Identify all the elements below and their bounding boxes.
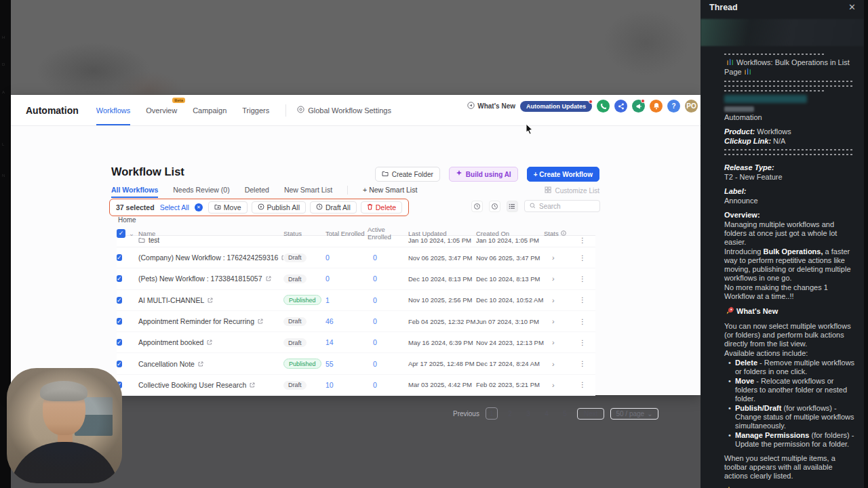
page-size-select[interactable]: 50 / page⌄: [610, 408, 658, 420]
list-tab-0[interactable]: All Workflows: [111, 186, 158, 198]
row-menu-icon[interactable]: ⋮: [575, 339, 590, 346]
row-checkbox[interactable]: ✓: [117, 318, 122, 325]
search-input[interactable]: Search: [524, 200, 600, 212]
select-all-checkbox[interactable]: ✓: [117, 229, 125, 238]
stats-chevron-icon[interactable]: ›: [544, 253, 575, 262]
row-checkbox[interactable]: ✓: [117, 361, 122, 367]
stats-chevron-icon[interactable]: ›: [544, 381, 575, 389]
active-enrolled-value[interactable]: 0: [368, 296, 408, 304]
breadcrumb[interactable]: Home: [118, 216, 136, 224]
total-enrolled-value[interactable]: 14: [320, 338, 368, 346]
row-checkbox[interactable]: ✓: [117, 275, 122, 282]
customize-list-button[interactable]: Customize List: [545, 186, 599, 195]
pagination-previous[interactable]: Previous: [453, 410, 479, 418]
pagination-page-5[interactable]: 5: [559, 407, 571, 420]
list-tab-2[interactable]: Deleted: [245, 186, 269, 198]
create-workflow-button[interactable]: + Create Workflow: [527, 167, 599, 182]
workflow-name[interactable]: Cancellation Note: [138, 360, 283, 368]
col-stats[interactable]: Stats: [544, 230, 575, 237]
row-menu-icon[interactable]: ⋮: [575, 275, 590, 283]
stats-chevron-icon[interactable]: ›: [544, 317, 575, 325]
workflow-name[interactable]: Collective Booking User Research: [138, 381, 283, 389]
table-row[interactable]: ✓Collective Booking User ResearchDraft10…: [117, 375, 595, 396]
active-enrolled-value[interactable]: 0: [368, 360, 408, 368]
clock-icon[interactable]: [489, 201, 500, 212]
list-tab-4[interactable]: + New Smart List: [363, 186, 417, 198]
workflow-name[interactable]: (Company) New Workflow : 1762424259316: [138, 253, 283, 262]
pagination-page-2[interactable]: 2: [504, 407, 516, 420]
total-enrolled-value[interactable]: 10: [320, 381, 368, 389]
row-menu-icon[interactable]: ⋮: [575, 237, 590, 244]
pagination-page-1[interactable]: 1: [486, 407, 498, 420]
bell-icon[interactable]: [650, 100, 663, 113]
row-checkbox[interactable]: ✓: [117, 297, 122, 304]
col-active-enrolled[interactable]: Active Enrolled: [368, 226, 408, 241]
active-enrolled-value[interactable]: 0: [368, 338, 408, 346]
draft-all-button[interactable]: Draft All: [310, 201, 357, 214]
stats-chevron-icon[interactable]: ›: [544, 274, 575, 283]
table-row[interactable]: ✓(Company) New Workflow : 1762424259316D…: [117, 247, 595, 268]
stats-chevron-icon[interactable]: ›: [544, 338, 575, 346]
col-total-enrolled[interactable]: Total Enrolled: [320, 230, 368, 237]
table-row[interactable]: ✓Cancellation NotePublished550Apr 17 202…: [117, 353, 595, 374]
active-enrolled-value[interactable]: 0: [368, 274, 408, 283]
table-row[interactable]: ✓Appointment bookedDraft140May 16 2024, …: [117, 332, 595, 353]
workflow-name[interactable]: Appointment Reminder for Recurring: [138, 317, 283, 325]
phone-icon[interactable]: [597, 100, 610, 113]
header-caret-icon[interactable]: ⌄: [129, 230, 138, 237]
select-all-link[interactable]: Select All: [160, 203, 189, 211]
whats-new-link[interactable]: What's New: [467, 102, 515, 110]
workflow-name[interactable]: test: [138, 237, 283, 244]
row-menu-icon[interactable]: ⋮: [575, 254, 590, 262]
workflow-name[interactable]: Appointment booked: [138, 338, 283, 346]
row-menu-icon[interactable]: ⋮: [575, 296, 590, 304]
row-checkbox[interactable]: ✓: [117, 339, 122, 346]
pagination-next[interactable]: Next: [577, 408, 605, 420]
pagination-page-3[interactable]: 3: [522, 407, 534, 420]
active-enrolled-value[interactable]: 0: [368, 317, 408, 325]
active-enrolled-value[interactable]: 0: [368, 253, 408, 262]
total-enrolled-value[interactable]: 1: [320, 296, 368, 304]
close-icon[interactable]: ✕: [848, 2, 856, 12]
active-enrolled-value[interactable]: 0: [368, 381, 408, 389]
row-menu-icon[interactable]: ⋮: [575, 318, 590, 325]
help-icon[interactable]: ?: [667, 100, 680, 113]
list-tab-1[interactable]: Needs Review (0): [173, 186, 229, 198]
table-row-partial[interactable]: test Jan 10 2024, 1:05 PM Jan 10 2024, 1…: [117, 236, 595, 247]
megaphone-icon[interactable]: [632, 100, 645, 113]
nav-tab-campaign[interactable]: Campaign: [193, 95, 226, 125]
thread-line: Managing multiple workflows and folders …: [724, 220, 856, 247]
nav-tab-triggers[interactable]: Triggers: [242, 95, 269, 125]
publish-all-button[interactable]: Publish All: [252, 201, 306, 214]
build-using-ai-button[interactable]: Build using AI: [449, 167, 518, 182]
avatar[interactable]: PO: [685, 100, 698, 113]
global-workflow-settings[interactable]: Global Workflow Settings: [297, 106, 391, 115]
stats-chevron-icon[interactable]: ›: [544, 360, 575, 368]
clear-selection-icon[interactable]: ✕: [195, 203, 203, 211]
total-enrolled-value[interactable]: 55: [320, 360, 368, 368]
move-button[interactable]: Move: [208, 201, 248, 214]
list-view-icon[interactable]: [507, 201, 518, 212]
total-enrolled-value[interactable]: 46: [320, 317, 368, 325]
delete-button[interactable]: Delete: [361, 201, 402, 214]
create-folder-button[interactable]: Create Folder: [375, 167, 440, 182]
total-enrolled-value[interactable]: 0: [320, 253, 368, 262]
list-tab-3[interactable]: New Smart List: [284, 186, 332, 198]
nodes-icon[interactable]: [614, 100, 627, 113]
row-menu-icon[interactable]: ⋮: [575, 360, 590, 367]
refresh-history-icon[interactable]: [471, 201, 483, 212]
table-row[interactable]: ✓Appointment Reminder for RecurringDraft…: [117, 311, 595, 332]
automation-updates-pill[interactable]: Automation Updates: [520, 101, 592, 112]
nav-tab-workflows[interactable]: Workflows: [96, 95, 131, 125]
workflow-name[interactable]: (Pets) New Workflow : 1733841815057: [138, 274, 283, 283]
table-row[interactable]: ✓AI MULTI-CHANNELPublished10Nov 10 2025,…: [117, 290, 595, 311]
row-checkbox[interactable]: ✓: [117, 254, 122, 261]
table-row[interactable]: ✓(Pets) New Workflow : 1733841815057Draf…: [117, 268, 595, 289]
col-status[interactable]: Status: [283, 230, 320, 237]
nav-tab-overview[interactable]: OverviewBeta: [146, 95, 177, 125]
workflow-name[interactable]: AI MULTI-CHANNEL: [138, 296, 283, 304]
row-menu-icon[interactable]: ⋮: [575, 381, 590, 388]
total-enrolled-value[interactable]: 0: [320, 274, 368, 283]
stats-chevron-icon[interactable]: ›: [544, 296, 575, 304]
pagination-page-4[interactable]: 4: [540, 407, 553, 420]
